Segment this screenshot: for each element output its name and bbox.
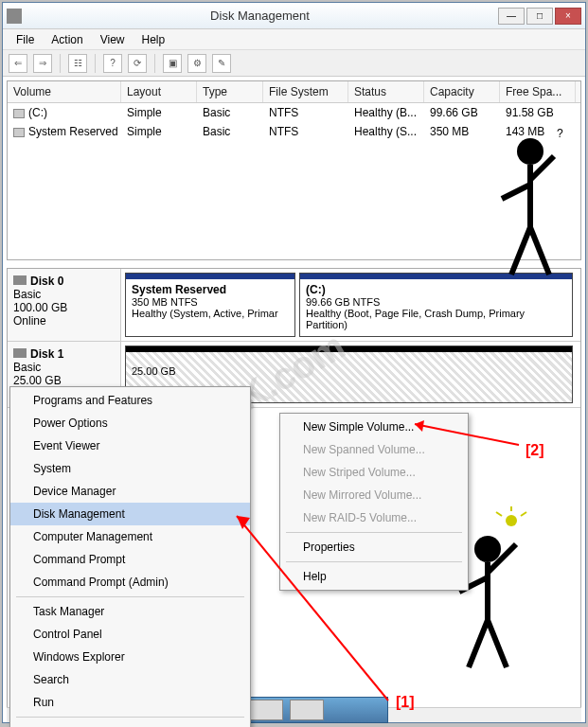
app-icon xyxy=(7,9,22,24)
cell-type: Basic xyxy=(197,103,263,122)
arrow-two xyxy=(405,417,528,454)
svg-marker-1 xyxy=(415,420,424,432)
svg-line-16 xyxy=(488,620,507,667)
menu-file[interactable]: File xyxy=(9,31,42,47)
window-title: Disk Management xyxy=(22,9,498,23)
menu-view[interactable]: View xyxy=(93,31,133,47)
partition-size: 350 MB NTFS xyxy=(132,296,289,308)
cell-layout: Simple xyxy=(121,122,197,141)
partition-color-bar xyxy=(126,346,572,352)
menu-new-striped-volume: New Striped Volume... xyxy=(280,461,468,484)
wizard-icon[interactable]: ✎ xyxy=(212,54,231,73)
disk-status: Online xyxy=(13,314,115,328)
separator xyxy=(95,54,96,73)
svg-line-8 xyxy=(511,227,530,275)
menu-power-options[interactable]: Power Options xyxy=(10,412,250,434)
menu-computer-management[interactable]: Computer Management xyxy=(10,525,250,548)
svg-line-19 xyxy=(496,512,502,516)
partition-title: System Reserved xyxy=(132,283,289,296)
cell-status: Healthy (B... xyxy=(348,103,424,122)
thinking-figure-icon: ? xyxy=(473,123,578,312)
volume-header-row: Volume Layout Type File System Status Ca… xyxy=(8,81,580,103)
col-type[interactable]: Type xyxy=(197,81,263,102)
drive-icon xyxy=(13,128,25,137)
menu-device-manager[interactable]: Device Manager xyxy=(10,480,250,503)
menu-programs-features[interactable]: Programs and Features xyxy=(10,389,250,412)
disk-type: Basic xyxy=(13,361,115,374)
svg-point-11 xyxy=(474,536,501,562)
col-filesystem[interactable]: File System xyxy=(263,81,348,102)
svg-line-9 xyxy=(530,227,549,275)
cell-fs: NTFS xyxy=(263,103,348,122)
drive-icon xyxy=(13,109,25,118)
back-icon[interactable]: ⇐ xyxy=(9,54,27,73)
menu-disk-management[interactable]: Disk Management xyxy=(10,503,250,525)
cell-fs: NTFS xyxy=(263,122,348,141)
disk-size: 100.00 GB xyxy=(13,301,115,314)
annotation-two: [2] xyxy=(526,442,544,459)
svg-marker-3 xyxy=(237,516,250,529)
cell-volume: (C:) xyxy=(8,103,121,122)
menu-new-mirrored-volume: New Mirrored Volume... xyxy=(280,484,468,506)
disk-icon xyxy=(13,348,27,358)
partition-status: Healthy (System, Active, Primar xyxy=(132,308,289,319)
titlebar[interactable]: Disk Management — □ × xyxy=(3,3,585,29)
svg-line-2 xyxy=(237,516,388,700)
svg-point-17 xyxy=(506,515,517,526)
cell-free: 91.58 GB xyxy=(500,103,576,122)
cell-volume: System Reserved xyxy=(8,122,121,141)
menu-command-prompt-admin[interactable]: Command Prompt (Admin) xyxy=(10,571,250,594)
menu-task-manager[interactable]: Task Manager xyxy=(10,600,250,623)
separator xyxy=(60,54,61,73)
refresh-icon[interactable]: ⟳ xyxy=(128,54,147,73)
settings-icon[interactable]: ⚙ xyxy=(187,54,206,73)
menu-help[interactable]: Help xyxy=(134,31,173,47)
menu-control-panel[interactable]: Control Panel xyxy=(10,623,250,646)
annotation-one: [1] xyxy=(396,694,415,711)
arrow-one xyxy=(227,506,398,705)
menu-desktop[interactable]: Desktop xyxy=(10,720,250,727)
disk-size: 25.00 GB xyxy=(13,374,115,387)
menu-separator xyxy=(16,596,244,597)
close-button[interactable]: × xyxy=(555,8,581,25)
toolbar: ⇐ ⇒ ☷ ? ⟳ ▣ ⚙ ✎ xyxy=(3,50,585,77)
partition-system-reserved[interactable]: System Reserved 350 MB NTFS Healthy (Sys… xyxy=(125,273,295,337)
menu-run[interactable]: Run xyxy=(10,691,250,714)
svg-line-20 xyxy=(521,512,526,516)
view-icon[interactable]: ☷ xyxy=(68,54,87,73)
volume-row[interactable]: (C:) Simple Basic NTFS Healthy (B... 99.… xyxy=(8,103,580,122)
col-volume[interactable]: Volume xyxy=(8,81,121,102)
disk-name: Disk 1 xyxy=(30,347,63,361)
minimize-button[interactable]: — xyxy=(498,8,525,25)
forward-icon[interactable]: ⇒ xyxy=(33,54,52,73)
col-capacity[interactable]: Capacity xyxy=(424,81,500,102)
menu-event-viewer[interactable]: Event Viewer xyxy=(10,434,250,457)
menubar: File Action View Help xyxy=(3,29,585,50)
menu-action[interactable]: Action xyxy=(44,31,90,47)
separator xyxy=(154,54,155,73)
disk-type: Basic xyxy=(13,288,115,301)
window-buttons: — □ × xyxy=(498,8,581,25)
menu-search[interactable]: Search xyxy=(10,668,250,691)
svg-point-4 xyxy=(517,138,543,165)
maximize-button[interactable]: □ xyxy=(526,8,553,25)
col-status[interactable]: Status xyxy=(348,81,424,102)
help-icon[interactable]: ? xyxy=(103,54,122,73)
cell-layout: Simple xyxy=(121,103,197,122)
svg-line-15 xyxy=(469,620,488,667)
svg-line-7 xyxy=(502,185,530,199)
cell-capacity: 99.66 GB xyxy=(424,103,500,122)
disk-name: Disk 0 xyxy=(30,275,63,288)
menu-command-prompt[interactable]: Command Prompt xyxy=(10,548,250,571)
col-freespace[interactable]: Free Spa... xyxy=(500,81,576,102)
partition-color-bar xyxy=(126,274,294,279)
action-icon[interactable]: ▣ xyxy=(163,54,182,73)
svg-line-0 xyxy=(415,424,519,445)
col-layout[interactable]: Layout xyxy=(121,81,197,102)
disk-label[interactable]: Disk 0 Basic 100.00 GB Online xyxy=(8,269,121,341)
disk-icon xyxy=(13,275,27,285)
menu-system[interactable]: System xyxy=(10,457,250,480)
menu-windows-explorer[interactable]: Windows Explorer xyxy=(10,646,250,668)
winx-menu[interactable]: Programs and Features Power Options Even… xyxy=(9,386,251,727)
cell-type: Basic xyxy=(197,122,263,141)
